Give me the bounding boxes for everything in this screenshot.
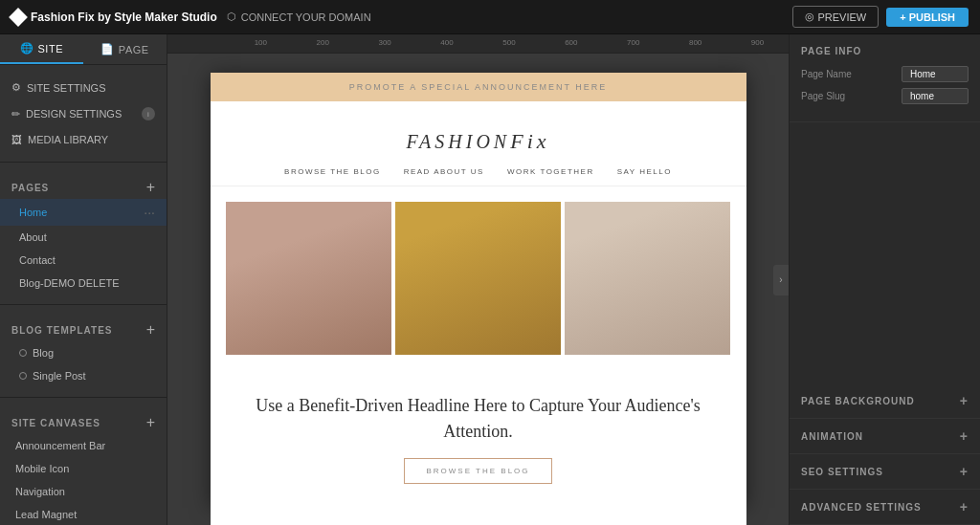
page-info-title: PAGE INFO xyxy=(801,46,969,56)
browse-blog-button[interactable]: BROWSE THE BLOG xyxy=(404,458,551,484)
navigation-label: Navigation xyxy=(15,486,65,497)
site-settings-item[interactable]: ⚙ SITE SETTINGS xyxy=(0,75,167,100)
eye-icon: ◎ xyxy=(805,11,814,23)
animation-label: ANIMATION xyxy=(801,431,863,442)
site-canvases-section: SITE CANVASES + Announcement Bar Mobile … xyxy=(0,398,167,525)
page-canvas: PROMOTE A SPECIAL ANNOUNCEMENT HERE FASH… xyxy=(211,73,746,506)
browse-blog-label: BROWSE THE BLOG xyxy=(426,467,529,475)
page-name-label: Page Name xyxy=(801,69,852,79)
lead-magnet-label: Lead Magnet xyxy=(15,509,77,520)
animation-section[interactable]: ANIMATION + xyxy=(790,419,980,454)
announce-bar: PROMOTE A SPECIAL ANNOUNCEMENT HERE xyxy=(211,73,746,101)
page-info-section: PAGE INFO Page Name Home Page Slug home xyxy=(790,34,980,122)
pages-title: PAGES xyxy=(11,183,49,193)
sidebar-tabs: 🌐 SITE 📄 PAGE xyxy=(0,34,167,65)
app-title: Fashion Fix by Style Maker Studio xyxy=(31,11,217,24)
page-background-section[interactable]: PAGE BACKGROUND + xyxy=(790,383,980,419)
page-name-row: Page Name Home xyxy=(801,66,969,82)
tab-page-label: PAGE xyxy=(119,44,149,55)
ruler: 100 200 300 400 500 600 700 800 900 xyxy=(167,34,789,54)
info-icon: i xyxy=(142,107,155,120)
page-item-about[interactable]: About xyxy=(0,226,167,249)
site-settings-label: SITE SETTINGS xyxy=(27,82,106,94)
page-item-home[interactable]: Home ··· xyxy=(0,199,167,226)
seo-toggle-icon: + xyxy=(960,464,969,479)
media-library-item[interactable]: 🖼 MEDIA LIBRARY xyxy=(0,127,167,152)
nav-browse-blog[interactable]: BROWSE THE BLOG xyxy=(284,167,381,176)
ruler-tick-500: 500 xyxy=(502,38,515,47)
top-bar-left: Fashion Fix by Style Maker Studio ⬡ CONN… xyxy=(11,11,371,24)
logo-script: Fix xyxy=(510,129,549,153)
panel-spacer xyxy=(790,122,980,383)
ruler-inner: 100 200 300 400 500 600 700 800 900 xyxy=(167,34,789,53)
announcement-bar-label: Announcement Bar xyxy=(15,440,105,451)
design-settings-item[interactable]: ✏ DESIGN SETTINGS i xyxy=(0,100,167,127)
page-item-contact[interactable]: Contact xyxy=(0,249,167,272)
page-background-toggle-icon: + xyxy=(960,393,969,408)
headline-text: Use a Benefit-Driven Headline Here to Ca… xyxy=(249,393,708,445)
page-icon: 📄 xyxy=(100,43,115,55)
page-slug-value[interactable]: home xyxy=(902,88,969,104)
blog-demo-label: Blog-DEMO DELETE xyxy=(19,277,120,289)
canvas-announcement-bar[interactable]: Announcement Bar xyxy=(0,434,167,457)
tab-site-label: SITE xyxy=(38,43,63,55)
nav-read-about[interactable]: READ ABOUT US xyxy=(404,167,484,176)
tab-site[interactable]: 🌐 SITE xyxy=(0,34,83,64)
site-canvases-header: SITE CANVASES + xyxy=(0,407,167,434)
ruler-tick-300: 300 xyxy=(378,38,390,47)
site-canvases-title: SITE CANVASES xyxy=(11,418,100,428)
right-panel: PAGE INFO Page Name Home Page Slug home … xyxy=(789,34,980,525)
canvas-lead-magnet[interactable]: Lead Magnet xyxy=(0,503,167,525)
nav-work-together[interactable]: WORK TOGETHER xyxy=(507,167,594,176)
icons-row xyxy=(211,507,746,525)
seo-settings-section[interactable]: SEO SETTINGS + xyxy=(790,454,980,490)
globe-icon: 🌐 xyxy=(20,42,34,55)
ruler-tick-100: 100 xyxy=(255,38,267,47)
tab-page[interactable]: 📄 PAGE xyxy=(83,34,167,64)
publish-label: + PUBLISH xyxy=(900,11,955,23)
preview-label: PREVIEW xyxy=(818,11,867,23)
nav-section: ⚙ SITE SETTINGS ✏ DESIGN SETTINGS i 🖼 ME… xyxy=(0,65,167,163)
page-slug-row: Page Slug home xyxy=(801,88,969,104)
pencil-icon: ✏ xyxy=(11,108,20,120)
add-canvas-button[interactable]: + xyxy=(146,415,155,430)
single-post-circle-icon xyxy=(19,372,27,380)
pages-section: PAGES + Home ··· About Contact Blog-DEMO… xyxy=(0,163,167,305)
ruler-tick-900: 900 xyxy=(751,38,764,47)
canvas-navigation[interactable]: Navigation xyxy=(0,480,167,503)
blog-templates-title: BLOG TEMPLATES xyxy=(11,325,112,336)
seo-settings-label: SEO SETTINGS xyxy=(801,467,883,477)
image-icon: 🖼 xyxy=(11,134,22,145)
hero-images xyxy=(211,186,746,370)
blog-template-single-post[interactable]: Single Post xyxy=(0,364,167,387)
page-name-value[interactable]: Home xyxy=(902,66,969,82)
add-blog-template-button[interactable]: + xyxy=(146,322,155,338)
page-item-blog-demo[interactable]: Blog-DEMO DELETE xyxy=(0,272,167,295)
main-layout: 🌐 SITE 📄 PAGE ⚙ SITE SETTINGS ✏ DESIGN S… xyxy=(0,34,980,525)
ruler-tick-400: 400 xyxy=(440,38,453,47)
pages-header: PAGES + xyxy=(0,172,167,199)
mobile-icon-label: Mobile Icon xyxy=(15,463,69,474)
about-label: About xyxy=(19,231,47,243)
preview-button[interactable]: ◎ PREVIEW xyxy=(792,6,880,28)
publish-button[interactable]: + PUBLISH xyxy=(886,8,969,27)
app-logo: Fashion Fix by Style Maker Studio xyxy=(11,11,217,24)
ruler-tick-700: 700 xyxy=(627,38,639,47)
animation-toggle-icon: + xyxy=(960,428,969,444)
add-page-button[interactable]: + xyxy=(146,180,155,195)
page-background-label: PAGE BACKGROUND xyxy=(801,396,915,406)
top-bar-right: ◎ PREVIEW + PUBLISH xyxy=(792,6,969,28)
panel-collapse-button[interactable]: › xyxy=(773,265,789,295)
home-label: Home xyxy=(19,207,47,218)
connect-domain-button[interactable]: ⬡ CONNECT YOUR DOMAIN xyxy=(227,11,371,23)
headline-section: Use a Benefit-Driven Headline Here to Ca… xyxy=(211,370,746,507)
blog-templates-header: BLOG TEMPLATES + xyxy=(0,315,167,341)
connect-domain-label: CONNECT YOUR DOMAIN xyxy=(241,11,371,23)
blog-circle-icon xyxy=(19,349,27,357)
advanced-settings-section[interactable]: ADVANCED SETTINGS + xyxy=(790,490,980,525)
canvas-area[interactable]: PROMOTE A SPECIAL ANNOUNCEMENT HERE FASH… xyxy=(167,54,789,525)
nav-say-hello[interactable]: SAY HELLO xyxy=(617,167,672,176)
canvas-mobile-icon[interactable]: Mobile Icon xyxy=(0,457,167,480)
blog-template-blog[interactable]: Blog xyxy=(0,341,167,364)
page-options-icon[interactable]: ··· xyxy=(144,205,155,220)
